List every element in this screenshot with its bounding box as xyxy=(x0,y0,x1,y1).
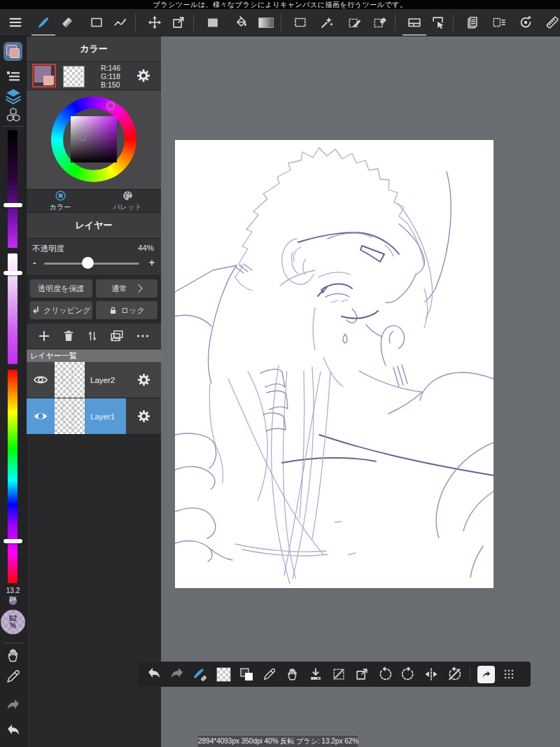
reorder-layers-icon[interactable] xyxy=(85,329,99,343)
select-eraser-tool-icon[interactable] xyxy=(370,12,390,33)
magic-wand-tool-icon[interactable] xyxy=(317,12,337,33)
layers-panel-icon[interactable] xyxy=(0,87,26,105)
saturation-slider[interactable] xyxy=(8,253,18,364)
blend-mode-label: 通常 xyxy=(111,284,127,294)
status-bar: 2894*4093px 350dpi 40% 反転 ブラシ: 13.2px 62… xyxy=(198,736,358,747)
brush-eraser-toggle-icon[interactable] xyxy=(190,664,210,684)
transform-icon[interactable] xyxy=(352,664,372,684)
layer1-settings-gear-icon[interactable] xyxy=(126,398,161,434)
move-tool-icon[interactable] xyxy=(145,12,164,33)
opacity-minus[interactable]: - xyxy=(33,257,36,268)
layer2-visibility-toggle[interactable] xyxy=(27,362,55,398)
hand-icon[interactable] xyxy=(283,664,302,684)
tab-palette-label: パレット xyxy=(113,202,142,212)
color-panel-tabs: カラー パレット xyxy=(27,190,161,213)
layer-row-layer2[interactable]: Layer2 xyxy=(27,362,161,398)
duplicate-layer-icon[interactable] xyxy=(109,328,125,344)
hue-marker[interactable] xyxy=(106,102,115,110)
eyedropper-icon[interactable] xyxy=(260,664,279,684)
rectangle-tool-icon[interactable] xyxy=(87,12,106,33)
saturation-slider-handle[interactable] xyxy=(4,271,22,275)
opacity-slider-knob[interactable] xyxy=(82,257,94,269)
shortcut-button[interactable] xyxy=(476,664,496,684)
toolbar-divider xyxy=(193,14,194,31)
rotate-ccw-icon[interactable] xyxy=(375,664,395,684)
undo-icon[interactable] xyxy=(0,722,26,739)
layer2-thumbnail[interactable] xyxy=(55,362,85,398)
tab-color[interactable]: カラー xyxy=(27,190,94,212)
tab-palette[interactable]: パレット xyxy=(94,190,161,212)
layer2-name: Layer2 xyxy=(85,362,126,398)
transparent-color-icon[interactable] xyxy=(214,664,233,684)
swap-colors-icon[interactable] xyxy=(237,664,256,684)
delete-layer-icon[interactable] xyxy=(62,329,76,343)
transform-tool-icon[interactable] xyxy=(169,12,188,33)
select-cursor-icon[interactable] xyxy=(428,12,448,33)
ruler-icon[interactable] xyxy=(542,12,560,33)
lock-label: ロック xyxy=(121,305,145,316)
brush-opacity-indicator[interactable]: 62 % xyxy=(1,610,25,634)
add-layer-icon[interactable] xyxy=(37,329,51,343)
flip-horizontal-icon[interactable] xyxy=(421,664,441,684)
rgb-r-value: R:146 xyxy=(101,64,120,72)
hand-icon[interactable] xyxy=(0,647,26,664)
transparent-color-swatch[interactable] xyxy=(63,66,85,88)
opacity-plus[interactable]: + xyxy=(149,257,155,268)
saturation-value-square[interactable] xyxy=(71,116,117,162)
blend-mode-button[interactable]: 通常 xyxy=(96,279,158,298)
pages-icon[interactable] xyxy=(463,12,482,33)
redo-icon[interactable] xyxy=(0,697,26,714)
brush-list-panel-icon[interactable] xyxy=(0,68,26,85)
value-slider[interactable] xyxy=(8,130,18,248)
color-swatch-panel-icon[interactable] xyxy=(0,42,26,61)
bottom-toolbar xyxy=(138,662,531,687)
undo-icon[interactable] xyxy=(144,664,164,684)
sidebar-divider xyxy=(3,643,23,643)
deselect-icon[interactable] xyxy=(329,664,349,684)
gradient-tool-icon[interactable] xyxy=(256,12,276,33)
rotate-reset-icon[interactable] xyxy=(516,12,536,33)
more-options-icon[interactable] xyxy=(135,328,150,344)
redo-icon[interactable] xyxy=(167,664,187,684)
clipping-label: クリッピング xyxy=(43,305,91,316)
color-wheel-area xyxy=(27,90,161,190)
layer1-visibility-toggle[interactable] xyxy=(27,398,55,434)
select-pen-tool-icon[interactable] xyxy=(345,12,365,33)
bucket-tool-icon[interactable] xyxy=(231,12,251,33)
side-panels: カラー R:146 G:118 B:150 カラー パレット xyxy=(26,36,161,747)
polyline-tool-icon[interactable] xyxy=(111,12,130,33)
opacity-label: 不透明度 xyxy=(32,244,64,254)
eraser-tool-icon[interactable] xyxy=(57,12,77,33)
clipping-button[interactable]: クリッピング xyxy=(30,301,92,319)
lock-button[interactable]: ロック xyxy=(96,301,158,319)
rotate-cw-icon[interactable] xyxy=(398,664,418,684)
foreground-color-swatch[interactable] xyxy=(32,64,56,88)
canvas[interactable] xyxy=(175,140,493,588)
layer-toolbar xyxy=(27,323,161,349)
panel-layout-icon[interactable] xyxy=(405,12,424,33)
rgb-readout: R:146 G:118 B:150 xyxy=(101,64,120,89)
select-list-icon[interactable] xyxy=(489,12,509,33)
brush-tool-icon[interactable] xyxy=(34,12,53,33)
layer-row-layer1[interactable]: Layer1 xyxy=(27,398,161,435)
hue-slider[interactable] xyxy=(8,370,18,583)
materials-panel-icon[interactable] xyxy=(0,106,26,123)
menu-icon[interactable] xyxy=(6,12,25,33)
save-icon[interactable] xyxy=(306,664,326,684)
canvas-sketch xyxy=(175,140,493,588)
sv-marker[interactable] xyxy=(79,134,87,141)
canvas-viewport[interactable] xyxy=(161,36,560,747)
value-slider-handle[interactable] xyxy=(4,203,22,207)
layer2-settings-gear-icon[interactable] xyxy=(126,362,161,398)
layer-panel-title: レイヤー xyxy=(27,213,161,239)
select-rect-tool-icon[interactable] xyxy=(290,12,310,33)
color-settings-gear-icon[interactable] xyxy=(136,68,151,83)
grid-handle-icon[interactable] xyxy=(499,664,519,684)
protect-alpha-button[interactable]: 透明度を保護 xyxy=(30,279,92,298)
layer-list-header: レイヤー一覧 xyxy=(27,349,161,362)
reset-rotation-icon[interactable] xyxy=(444,664,464,684)
hue-slider-handle[interactable] xyxy=(4,539,22,543)
eyedropper-icon[interactable] xyxy=(0,668,26,685)
layer1-thumbnail[interactable] xyxy=(55,398,85,434)
fill-rect-tool-icon[interactable] xyxy=(203,12,223,33)
